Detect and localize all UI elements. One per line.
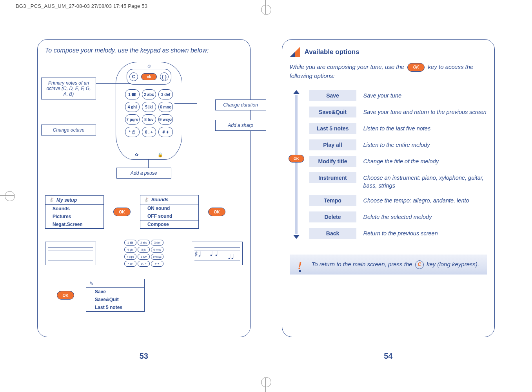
- option-row: Save&Quit Save your tune and return to t…: [309, 107, 487, 117]
- key-0: 0 . +: [142, 127, 156, 137]
- option-desc: Save your tune and return to the previou…: [363, 107, 487, 116]
- menu-item: Save&Quit: [86, 296, 144, 303]
- option-label-save: Save: [309, 90, 356, 101]
- arrow-up-icon: [293, 90, 300, 94]
- scroll-rail: OK: [290, 90, 303, 239]
- triangle-icon: [290, 47, 300, 57]
- tip-banner: ! To return to the main screen, press th…: [290, 255, 487, 275]
- key-4: 4 ghi: [125, 102, 140, 112]
- staff-row: 1 ☎2 abc3 def 4 ghi5 jkl6 mno 7 pqrs8 tu…: [45, 240, 243, 267]
- key-3: 3 def: [158, 89, 173, 99]
- menu-sounds: 🐇Sounds ON sound OFF sound Compose: [140, 195, 199, 229]
- c-key-icon: C: [415, 260, 424, 269]
- key-star: * @: [125, 127, 140, 137]
- staff-empty: [45, 242, 96, 265]
- phone-illustration: ① C ok { } 1 ☎ 2 abc 3 def 4 ghi 5 jkl 6…: [116, 62, 182, 160]
- ok-key-icon: OK: [289, 155, 304, 163]
- key-2: 2 abc: [142, 89, 156, 99]
- page-spread: To compose your melody, use the keypad a…: [29, 31, 503, 372]
- option-row: Instrument Choose an instrument: piano, …: [309, 172, 487, 190]
- rabbit-icon: 🐇: [143, 197, 149, 202]
- arrow-down-icon: [293, 235, 300, 239]
- notes-icon: ♯♩ ♩ ♩ ♩♩: [192, 242, 242, 265]
- menu-my-setup: 🐇My setup Sounds Pictures Negat.Screen: [45, 195, 104, 229]
- menu-title: My setup: [56, 197, 77, 203]
- page-54: Available options While you are composin…: [274, 31, 503, 372]
- ok-button: OK: [57, 291, 74, 300]
- menu-item: Compose: [140, 220, 198, 228]
- ok-button: OK: [208, 208, 225, 216]
- ok-key-icon: OK: [407, 63, 425, 72]
- flower-icon: ✿: [135, 152, 138, 157]
- options-list: Save Save your tune Save&Quit Save your …: [309, 90, 487, 239]
- cropmark-top: [263, 0, 268, 14]
- option-row: Back Return to the previous screen: [309, 228, 487, 239]
- menu-item: Sounds: [45, 205, 103, 213]
- page-53: To compose your melody, use the keypad a…: [29, 31, 258, 372]
- exclamation-icon: !: [295, 258, 305, 269]
- key-7: 7 pqrs: [125, 114, 140, 125]
- svg-text:♯♩: ♯♩: [194, 250, 201, 258]
- menu-item: OFF sound: [140, 212, 198, 220]
- cropmark-bottom: [263, 378, 268, 392]
- menu-flow-1: 🐇My setup Sounds Pictures Negat.Screen O…: [45, 195, 243, 229]
- staff-notes: ♯♩ ♩ ♩ ♩♩: [192, 242, 243, 265]
- save-flow: OK ✎ Save Save&Quit Last 5 notes: [57, 279, 243, 312]
- key-8: 8 tuv: [142, 114, 156, 125]
- option-label-modify: Modify title: [309, 156, 356, 167]
- option-label-playall: Play all: [309, 139, 356, 150]
- menu-item: Last 5 notes: [86, 303, 144, 311]
- option-row: Tempo Choose the tempo: allegro, andante…: [309, 195, 487, 206]
- intro-paragraph: While you are composing your tune, use t…: [290, 63, 487, 80]
- option-desc: Listen to the entire melody: [363, 139, 430, 149]
- pencil-icon: ✎: [89, 281, 93, 286]
- option-desc: Listen to the last five notes: [363, 123, 431, 133]
- options-block: OK Save Save your tune Save&Quit Save yo…: [290, 90, 487, 239]
- menu-item: Save: [86, 288, 144, 296]
- page-number: 53: [29, 352, 258, 361]
- key-5: 5 jkl: [142, 102, 156, 112]
- option-label-back: Back: [309, 228, 356, 239]
- key-hash: # ✦: [158, 127, 173, 137]
- menu-item: Negat.Screen: [45, 220, 103, 228]
- option-desc: Choose the tempo: allegro, andante, lent…: [363, 195, 469, 205]
- cropmark-left: [0, 193, 14, 198]
- softkey-c: C: [129, 72, 138, 81]
- rabbit-icon: 🐇: [49, 197, 54, 202]
- option-label-instrument: Instrument: [309, 172, 356, 183]
- page-number: 54: [274, 352, 503, 361]
- mini-keypad: 1 ☎2 abc3 def 4 ghi5 jkl6 mno 7 pqrs8 tu…: [124, 240, 163, 267]
- section-title: Available options: [305, 48, 360, 56]
- option-row: Last 5 notes Listen to the last five not…: [309, 123, 487, 134]
- option-row: Save Save your tune: [309, 90, 487, 101]
- option-desc: Delete the selected melody: [363, 211, 432, 221]
- option-row: Delete Delete the selected melody: [309, 211, 487, 222]
- save-menu: ✎ Save Save&Quit Last 5 notes: [86, 279, 145, 312]
- key-9: 9 wxyz: [158, 114, 173, 125]
- callout-primary-notes: Primary notes of an octave (C, D, E, F, …: [41, 78, 96, 99]
- phone-keypad: 1 ☎ 2 abc 3 def 4 ghi 5 jkl 6 mno 7 pqrs…: [125, 89, 173, 150]
- option-row: Modify title Change the title of the mel…: [309, 156, 487, 167]
- print-header: BG3 _PCS_AUS_UM_27-08-03 27/08/03 17:45 …: [16, 3, 147, 9]
- section-header: Available options: [290, 47, 487, 57]
- key-1: 1 ☎: [125, 89, 140, 99]
- option-label-last5: Last 5 notes: [309, 123, 356, 134]
- option-label-delete: Delete: [309, 211, 356, 222]
- option-row: Play all Listen to the entire melody: [309, 139, 487, 150]
- svg-text:♩ ♩: ♩ ♩: [210, 249, 218, 257]
- svg-text:♩♩: ♩♩: [227, 253, 234, 260]
- option-label-tempo: Tempo: [309, 195, 356, 206]
- option-desc: Save your tune: [363, 90, 402, 100]
- option-desc: Return to the previous screen: [363, 228, 438, 238]
- option-desc: Change the title of the melody: [363, 156, 439, 166]
- menu-item: ON sound: [140, 204, 198, 212]
- phone-bottom-icons: ✿ 🔒: [116, 152, 182, 157]
- ok-button: OK: [113, 208, 131, 216]
- menu-item: Pictures: [45, 213, 103, 220]
- option-desc: Choose an instrument: piano, xylophone, …: [363, 172, 487, 190]
- menu-title: Sounds: [151, 197, 169, 202]
- option-label-savequit: Save&Quit: [309, 107, 356, 117]
- key-6: 6 mno: [158, 102, 173, 112]
- power-icon: ①: [147, 64, 151, 69]
- callout-change-duration: Change duration: [215, 99, 266, 110]
